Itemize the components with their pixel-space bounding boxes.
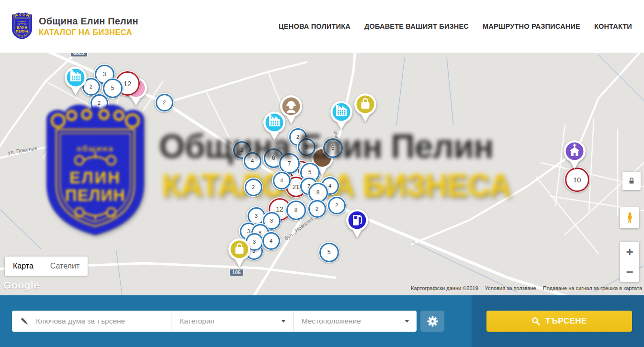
chevron-down-icon xyxy=(281,320,286,323)
nav-item-pricing[interactable]: ЦЕНОВА ПОЛИТИКА xyxy=(279,22,350,30)
map-canvas[interactable]: ул. Преслав бул. „Новосел ции 6002 105 К… xyxy=(0,53,644,295)
nav-item-route-schedule[interactable]: МАРШРУТНО РАЗПИСАНИЕ xyxy=(483,22,580,30)
keyword-section xyxy=(12,311,171,332)
map-type-map-button[interactable]: Карта xyxy=(5,257,42,276)
street-view-pegman-button[interactable] xyxy=(620,207,639,228)
pencil-icon xyxy=(20,317,29,326)
cluster-marker[interactable]: 2 xyxy=(307,199,327,218)
category-select[interactable]: Категория xyxy=(171,311,293,332)
attribution-copyright: Картографски данни ©2019 xyxy=(411,285,478,291)
location-select[interactable]: Местоположение xyxy=(293,311,417,332)
gear-icon xyxy=(427,316,438,327)
nav-item-contacts[interactable]: КОНТАКТИ xyxy=(594,22,632,30)
site-logo[interactable]: Община Елин Пелин КАТАЛОГ НА БИЗНЕСА xyxy=(11,12,138,40)
map-attribution: Картографски данни ©2019 Условия за полз… xyxy=(411,285,642,291)
nav-item-add-business[interactable]: ДОБАВЕТЕ ВАШИЯТ БИЗНЕС xyxy=(364,22,469,30)
search-button-label: ТЪРСЕНЕ xyxy=(545,316,587,326)
zoom-out-button[interactable]: − xyxy=(620,262,639,282)
header: Община Елин Пелин КАТАЛОГ НА БИЗНЕСА ЦЕН… xyxy=(0,0,644,53)
zoom-in-button[interactable]: + xyxy=(620,242,639,262)
attribution-report-link[interactable]: Подаване на сигнал за грешка в картата xyxy=(543,285,642,291)
site-title: Община Елин Пелин xyxy=(39,16,138,27)
search-box: Категория Местоположение xyxy=(12,311,417,332)
factory-pin[interactable] xyxy=(64,66,88,98)
watermark-emblem xyxy=(40,101,151,239)
church-pin[interactable] xyxy=(563,139,587,172)
pegman-icon xyxy=(626,212,634,224)
lock-button[interactable] xyxy=(622,172,641,190)
shopping-bag-pin[interactable] xyxy=(353,92,377,125)
search-button[interactable]: ТЪРСЕНЕ xyxy=(486,311,632,332)
google-logo[interactable]: Google xyxy=(3,280,39,291)
cluster-marker[interactable]: 8 xyxy=(285,200,306,221)
keyword-search-input[interactable] xyxy=(35,316,167,326)
cluster-marker[interactable]: 5 xyxy=(102,78,123,99)
location-select-label: Местоположение xyxy=(302,317,361,325)
zoom-control: + − xyxy=(620,242,639,282)
map-type-control: Карта Сателит xyxy=(5,257,88,276)
cluster-marker[interactable]: 2 xyxy=(155,93,174,112)
cluster-marker[interactable]: 2 xyxy=(327,196,346,215)
cluster-marker[interactable]: 5 xyxy=(318,242,339,263)
lock-icon xyxy=(628,177,635,185)
cluster-marker[interactable]: 4 xyxy=(272,171,291,190)
site-subtitle: КАТАЛОГ НА БИЗНЕСА xyxy=(39,28,138,37)
municipality-emblem-icon xyxy=(11,12,34,40)
advanced-settings-button[interactable] xyxy=(420,311,444,332)
chevron-down-icon xyxy=(405,320,409,323)
search-bar: Категория Местоположение xyxy=(0,295,644,347)
cluster-marker[interactable]: 2 xyxy=(244,178,263,197)
main-nav: ЦЕНОВА ПОЛИТИКА ДОБАВЕТЕ ВАШИЯТ БИЗНЕС М… xyxy=(279,0,632,53)
cluster-marker[interactable]: 4 xyxy=(261,231,281,250)
category-select-label: Категория xyxy=(180,317,214,325)
watermark-title: Община Елин Пелин xyxy=(159,127,493,166)
map-type-satellite-button[interactable]: Сателит xyxy=(42,257,88,276)
search-icon xyxy=(531,317,540,325)
fuel-pump-pin[interactable] xyxy=(345,208,369,241)
attribution-terms-link[interactable]: Условия за ползване xyxy=(485,285,536,291)
shopping-bag-pin[interactable] xyxy=(227,237,251,270)
